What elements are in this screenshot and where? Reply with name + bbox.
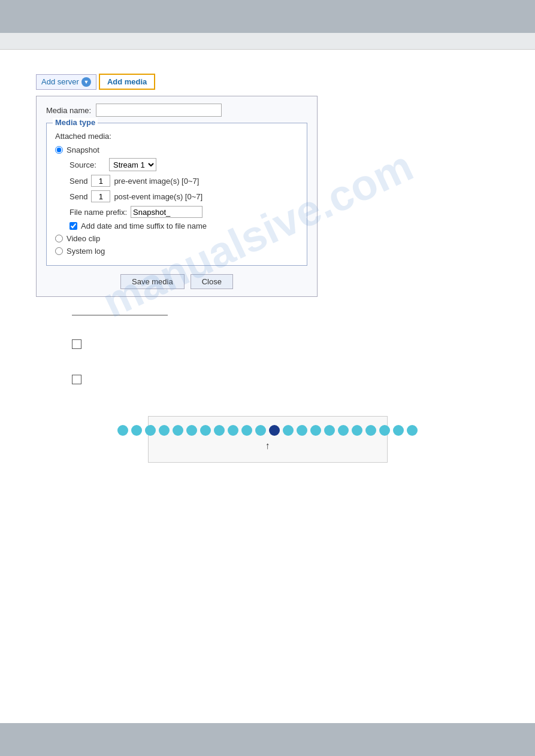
close-button[interactable]: Close [191,274,233,289]
dots-row [117,425,418,436]
dot-3 [159,425,170,436]
add-date-row: Add date and time suffix to file name [69,221,298,230]
add-date-checkbox[interactable] [69,222,77,230]
dot-11 [269,425,280,436]
dot-21 [407,425,418,436]
file-prefix-input[interactable] [131,206,202,218]
source-row: Source: Stream 1 Stream 2 Stream 3 [69,158,298,171]
dot-1 [131,425,142,436]
add-media-link[interactable]: Add media [107,77,147,86]
send1-input[interactable] [91,175,110,187]
dot-18 [365,425,376,436]
dot-10 [255,425,266,436]
system-log-radio-row: System log [55,247,298,256]
attached-media-label: Attached media: [55,132,298,141]
button-row: Save media Close [46,274,307,289]
media-name-row: Media name: [46,104,307,117]
tab-row: Add server ▼ Add media [36,74,499,90]
snapshot-radio[interactable] [55,146,63,154]
sub-bar [0,33,535,50]
dot-6 [200,425,211,436]
send1-label: Send [69,177,87,186]
video-clip-radio[interactable] [55,235,63,242]
snapshot-radio-row: Snapshot [55,145,298,154]
arrow-up-indicator: ↑ [265,441,270,451]
media-type-title: Media type [53,118,98,127]
source-select[interactable]: Stream 1 Stream 2 Stream 3 [109,158,156,171]
media-name-input[interactable] [96,104,222,117]
dot-4 [173,425,183,436]
dot-19 [379,425,390,436]
file-prefix-label: File name prefix: [69,208,127,217]
top-bar [0,0,535,33]
dot-0 [117,425,128,436]
dot-8 [228,425,238,436]
dots-container: ↑ [148,416,388,463]
add-date-label: Add date and time suffix to file name [81,221,207,230]
arrow-down-icon: ▼ [81,77,91,87]
checkbox-1 [72,339,81,349]
dot-12 [283,425,294,436]
dot-7 [214,425,225,436]
dot-15 [324,425,335,436]
snapshot-label: Snapshot [67,145,99,154]
add-server-tab[interactable]: Add server ▼ [36,74,96,90]
dot-14 [310,425,321,436]
send2-label: Send [69,192,87,201]
dot-13 [297,425,307,436]
dot-16 [338,425,349,436]
dot-17 [352,425,362,436]
send-post-row: Send post-event image(s) [0~7] [69,190,298,202]
video-clip-label: Video clip [67,234,100,243]
media-type-box: Media type Attached media: Snapshot Sour… [46,123,307,266]
video-clip-radio-row: Video clip [55,234,298,243]
save-media-button[interactable]: Save media [120,274,185,289]
system-log-label: System log [67,247,105,256]
system-log-radio[interactable] [55,247,63,255]
bottom-bar [0,723,535,756]
divider-line [72,315,168,315]
add-server-link[interactable]: Add server [41,77,79,86]
send1-desc: pre-event image(s) [0~7] [114,177,199,186]
add-media-tab[interactable]: Add media [99,74,155,90]
dot-5 [186,425,197,436]
send2-desc: post-event image(s) [0~7] [114,192,202,201]
file-prefix-row: File name prefix: [69,206,298,218]
media-name-label: Media name: [46,106,91,115]
checkbox-2 [72,375,81,384]
form-panel: Media name: Media type Attached media: S… [36,96,318,297]
dot-2 [145,425,156,436]
send-pre-row: Send pre-event image(s) [0~7] [69,175,298,187]
dot-9 [241,425,252,436]
dot-20 [393,425,404,436]
send2-input[interactable] [91,190,110,202]
source-label: Source: [69,160,105,169]
